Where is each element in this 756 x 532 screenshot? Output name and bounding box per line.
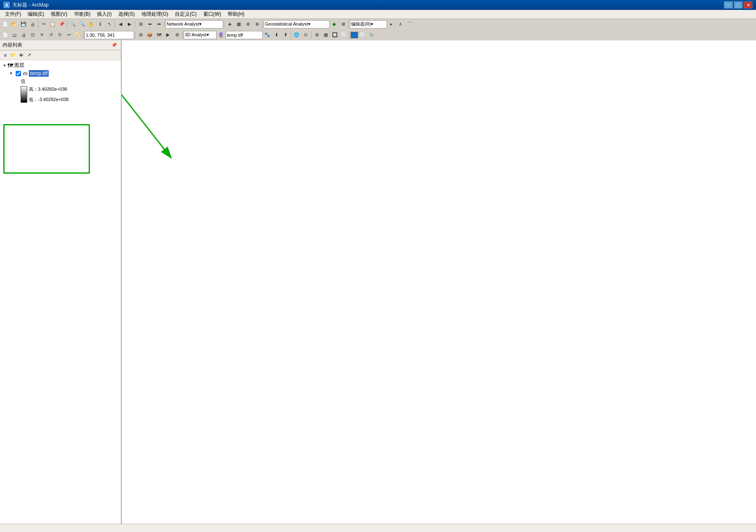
copy-btn[interactable]: 📋 [48, 20, 57, 29]
full-extent-btn[interactable]: ⊞ [136, 20, 145, 29]
toc-pin-icon[interactable]: 📌 [110, 42, 118, 48]
ed-btn3[interactable]: ⌒ [405, 20, 414, 29]
new-btn[interactable]: 📄 [1, 20, 10, 29]
menu-bookmark[interactable]: 书签(B) [71, 10, 94, 19]
back-btn[interactable]: ◀ [116, 20, 125, 29]
tb2-btn1[interactable]: 📄 [1, 31, 10, 40]
tb2-extra4[interactable]: 🔲 [330, 31, 339, 40]
compass-btn[interactable]: 🧭 [73, 31, 82, 40]
tb2-extra2[interactable]: ⊞ [312, 31, 321, 40]
cut-btn[interactable]: ✂ [39, 20, 48, 29]
pan-btn[interactable]: ✋ [87, 20, 96, 29]
menu-edit[interactable]: 编辑(E) [24, 10, 47, 19]
toc-source-btn[interactable]: 📁 [9, 52, 17, 59]
menu-help[interactable]: 帮助(H) [224, 10, 248, 19]
print-btn[interactable]: 🖨 [28, 20, 37, 29]
sep3 [115, 21, 115, 28]
tb2-btn7[interactable]: ↻ [55, 31, 64, 40]
identify-btn[interactable]: ℹ [96, 20, 105, 29]
previous-extent-btn[interactable]: ⬅ [145, 20, 154, 29]
zoom-in-btn[interactable]: 🔍 [68, 20, 78, 29]
save-btn[interactable]: 💾 [19, 20, 28, 29]
maximize-button[interactable]: □ [734, 1, 743, 9]
tb2-tool3[interactable]: 🗺 [154, 31, 163, 40]
tb2-extra3[interactable]: ▦ [321, 31, 330, 40]
paste-btn[interactable]: 📌 [57, 20, 66, 29]
analyst3d-dropdown[interactable]: 3D Analyst▾ [184, 31, 217, 39]
menu-bar: 文件(F) 编辑(E) 视图(V) 书签(B) 插入(I) 选择(S) 地理处理… [0, 10, 756, 19]
layers-folder-icon: 🗺 [7, 62, 13, 69]
layer-name[interactable]: temp.tiff [29, 70, 49, 77]
toc-layers-group[interactable]: ▼ 🗺 图层 [0, 61, 121, 70]
sep1 [38, 21, 38, 28]
editor-dropdown[interactable]: 编辑器(R)▾ [350, 20, 387, 28]
3d-icon[interactable]: 🔮 [217, 31, 226, 40]
open-btn[interactable]: 📂 [10, 20, 19, 29]
layer-expand-icon[interactable]: ▼ [8, 71, 14, 76]
minimize-button[interactable]: ─ [724, 1, 733, 9]
na-btn2[interactable]: ▦ [234, 20, 243, 29]
title-bar: A 无标题 - ArcMap ─ □ ✕ [0, 0, 756, 10]
geostatistical-dropdown[interactable]: Geostatistical Analyst▾ [264, 20, 330, 28]
toc-toolbar: ≡ 📁 👁 ↗ [0, 50, 121, 60]
tb2-extra6[interactable]: ⬜ [358, 31, 367, 40]
app-icon: A [3, 2, 10, 8]
tb2-btn5[interactable]: ✕ [37, 31, 46, 40]
annotation-box [3, 124, 90, 174]
tb2-btn4[interactable]: ⊡ [28, 31, 37, 40]
menu-window[interactable]: 窗口(W) [200, 10, 224, 19]
toc-list-btn[interactable]: ≡ [2, 52, 9, 59]
menu-customize[interactable]: 自定义(C) [172, 10, 200, 19]
zoom-out-btn[interactable]: 🔍 [78, 20, 87, 29]
menu-select[interactable]: 选择(S) [115, 10, 138, 19]
globe-btn[interactable]: 🌐 [292, 31, 301, 40]
na-btn3[interactable]: ⊕ [243, 20, 252, 29]
layer-tool2[interactable]: ⬇ [272, 31, 281, 40]
layer-dropdown[interactable]: temp.tiff [226, 31, 263, 39]
layer-checkbox[interactable] [16, 71, 21, 76]
network-analyst-dropdown[interactable]: Network Analyst▾ [165, 20, 223, 28]
na-btn1[interactable]: ◈ [225, 20, 234, 29]
ed-btn2[interactable]: ∧ [396, 20, 405, 29]
tb2-tool5[interactable]: ⊕ [172, 31, 181, 40]
sep13 [311, 31, 311, 39]
scale-dropdown[interactable]: 1:30, 756, 341 [85, 31, 134, 39]
layer-tool3[interactable]: ⬆ [281, 31, 290, 40]
main-area: 内容列表 📌 ≡ 📁 👁 ↗ ▼ 🗺 图层 ▼ [0, 40, 756, 524]
color-swatch[interactable] [351, 32, 358, 38]
tb2-extra1[interactable]: ⊙ [301, 31, 310, 40]
network-analyst-label: Network Analyst▾ [167, 21, 202, 27]
tb2-tool4[interactable]: ▶ [163, 31, 172, 40]
geo-diamond[interactable]: ◆ [330, 20, 339, 29]
tb2-btn6[interactable]: ↺ [46, 31, 55, 40]
layers-expand-icon[interactable]: ▼ [2, 63, 7, 68]
tb2-btn2[interactable]: 🗂 [10, 31, 19, 40]
menu-view[interactable]: 视图(V) [47, 10, 71, 19]
layer-tool1[interactable]: 🐾 [263, 31, 272, 40]
window-title: 无标题 - ArcMap [12, 2, 724, 9]
menu-file[interactable]: 文件(F) [2, 10, 24, 19]
close-button[interactable]: ✕ [744, 1, 753, 9]
toc-visibility-btn[interactable]: 👁 [17, 52, 25, 59]
tb2-tool2[interactable]: 📦 [145, 31, 154, 40]
toolbar-row-1: 📄 📂 💾 🖨 ✂ 📋 📌 🔍 🔍 ✋ ℹ ↖ ◀ ▶ ⊞ ⬅ ➡ Networ… [0, 19, 756, 30]
next-extent-btn[interactable]: ➡ [154, 20, 163, 29]
na-btn4[interactable]: ⊗ [252, 20, 261, 29]
legend-low-label: 低：-3.40282e+038 [29, 97, 68, 103]
tb2-btn3[interactable]: 🖨 [19, 31, 28, 40]
menu-geoprocessing[interactable]: 地理处理(G) [138, 10, 172, 19]
menu-insert[interactable]: 插入(I) [94, 10, 115, 19]
toc-selection-btn[interactable]: ↗ [25, 52, 33, 59]
ed-btn1[interactable]: ▸ [387, 20, 396, 29]
toc-legend: 值 高：3.40282e+038 低：-3.40282e+038 [21, 77, 119, 104]
forward-btn[interactable]: ▶ [125, 20, 134, 29]
tb2-extra7[interactable]: 📎 [367, 31, 376, 40]
tb2-btn8[interactable]: ↩ [64, 31, 73, 40]
map-area[interactable] [122, 40, 756, 524]
select-btn[interactable]: ↖ [105, 20, 114, 29]
tb2-tool1[interactable]: ⊞ [136, 31, 145, 40]
tb2-extra5[interactable]: ⬜ [339, 31, 349, 40]
toc-content[interactable]: ▼ 🗺 图层 ▼ 🗃 temp.tiff 值 [0, 60, 121, 524]
annotation-arrow [122, 63, 186, 166]
geo-btn2[interactable]: ⊞ [339, 20, 348, 29]
